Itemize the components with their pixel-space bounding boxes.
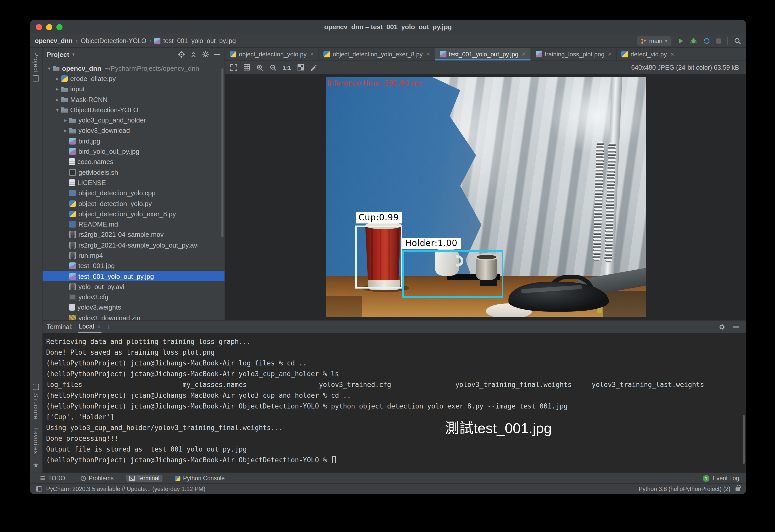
zoom-ratio-label[interactable]: 1:1 — [283, 64, 291, 70]
hide-panel-icon[interactable] — [214, 54, 220, 55]
tab-close-icon[interactable]: × — [670, 50, 674, 58]
hide-terminal-icon[interactable] — [733, 326, 739, 327]
terminal-scrollbar[interactable] — [743, 415, 745, 464]
chevron-icon[interactable]: ▸ — [54, 97, 61, 102]
tree-item-object_detection_yolo.cpp[interactable]: object_detection_yolo.cpp — [43, 188, 224, 198]
stripe-structure-button[interactable]: Structure — [33, 384, 39, 419]
project-panel-actions — [178, 51, 220, 58]
chevron-icon[interactable]: ▸ — [54, 76, 61, 81]
tree-item-rs2rgb_2021-04-sample.mov[interactable]: rs2rgb_2021-04-sample.mov — [43, 229, 224, 240]
chevron-icon[interactable]: ▸ — [54, 86, 61, 92]
collapse-all-icon[interactable] — [190, 51, 197, 58]
chevron-icon[interactable]: ▸ — [62, 117, 69, 123]
fit-zoom-icon[interactable] — [230, 64, 237, 71]
tree-item-run.mp4[interactable]: run.mp4 — [43, 250, 224, 261]
python-interpreter-label[interactable]: Python 3.8 (helloPythonProject) (2) — [639, 486, 730, 492]
stripe-project-button[interactable]: Project — [33, 52, 39, 82]
project-tree-scrollbar[interactable] — [221, 68, 223, 237]
run-button[interactable] — [678, 38, 684, 44]
zoom-window-button[interactable] — [56, 24, 63, 30]
tab-close-icon[interactable]: × — [310, 50, 314, 58]
edit-image-icon[interactable] — [310, 64, 317, 71]
editor-tab-object_detection_yolo.py[interactable]: object_detection_yolo.py× — [225, 48, 319, 60]
tree-item-object_detection_yolo_exer_8.py[interactable]: object_detection_yolo_exer_8.py — [43, 208, 224, 219]
project-panel-title[interactable]: Project — [47, 50, 69, 58]
tree-item-Mask-RCNN[interactable]: ▸Mask-RCNN — [43, 94, 224, 105]
terminal-line: (helloPythonProject) jctan@Jichangs-MacB… — [46, 369, 746, 379]
editor-tab-test_001_yolo_out_py.jpg[interactable]: test_001_yolo_out_py.jpg× — [435, 48, 531, 60]
tree-item-yolo_out_py.avi[interactable]: yolo_out_py.avi — [43, 282, 224, 292]
stop-button[interactable] — [716, 38, 721, 43]
tree-item-yolov3.cfg[interactable]: yolov3.cfg — [43, 292, 224, 303]
tool-window-toggle-icon[interactable] — [36, 486, 42, 492]
tree-item-opencv_dnn[interactable]: ▾opencv_dnn~/PycharmProjects/opencv_dnn — [43, 63, 224, 74]
py-file-icon — [61, 75, 68, 82]
tree-item-coco.names[interactable]: coco.names — [43, 156, 224, 167]
tree-item-test_001_yolo_out_py.jpg[interactable]: test_001_yolo_out_py.jpg — [43, 271, 224, 282]
file-name: opencv_dnn — [62, 64, 101, 72]
gear-icon[interactable] — [719, 323, 726, 330]
tab-close-icon[interactable]: × — [608, 50, 612, 58]
editor-tab-training_loss_plot.png[interactable]: training_loss_plot.png× — [531, 48, 617, 60]
new-terminal-session-button[interactable]: + — [107, 323, 111, 331]
update-project-button[interactable] — [703, 37, 710, 44]
tree-item-test_001.jpg[interactable]: test_001.jpg — [43, 260, 224, 271]
tree-item-bird_yolo_out_py.jpg[interactable]: bird_yolo_out_py.jpg — [43, 146, 224, 157]
python-console-button[interactable]: Python Console — [172, 475, 227, 482]
stripe-favorites-star[interactable]: ★ — [33, 460, 39, 470]
terminal-cursor — [332, 456, 335, 463]
breadcrumb-file[interactable]: test_001_yolo_out_py.jpg — [154, 37, 236, 44]
tree-item-yolo3_cup_and_holder[interactable]: ▸yolo3_cup_and_holder — [43, 115, 224, 125]
file-name: yolov3.weights — [77, 304, 121, 311]
locate-file-icon[interactable] — [178, 51, 185, 58]
file-file-icon — [69, 304, 75, 311]
tree-item-yolov3_download.zip[interactable]: yolov3_download.zip — [43, 313, 224, 320]
checkerboard-icon[interactable] — [297, 64, 304, 71]
zoom-out-icon[interactable] — [269, 64, 277, 71]
debug-button[interactable] — [690, 37, 697, 44]
gear-icon[interactable] — [202, 51, 209, 58]
tree-item-yolov3.weights[interactable]: yolov3.weights — [43, 303, 224, 313]
terminal-console[interactable]: Retrieving data and plotting training lo… — [43, 333, 746, 473]
tree-item-object_detection_yolo.py[interactable]: object_detection_yolo.py — [43, 198, 224, 209]
terminal-button[interactable]: Terminal — [126, 475, 162, 482]
todo-button[interactable]: TODO — [37, 475, 68, 482]
git-branch-widget[interactable]: main ▾ — [637, 36, 672, 45]
breadcrumb-project[interactable]: opencv_dnn — [35, 37, 72, 44]
terminal-line: log_files my_classes.names yolov3_traine… — [46, 379, 746, 390]
close-icon[interactable]: × — [97, 323, 100, 329]
editor-tab-detect_vid.py[interactable]: detect_vid.py× — [617, 48, 679, 60]
tree-item-ObjectDetection-YOLO[interactable]: ▾ObjectDetection-YOLO — [43, 104, 224, 115]
lock-icon[interactable] — [736, 487, 740, 491]
todo-icon — [40, 476, 46, 481]
chevron-down-icon[interactable]: ▾ — [72, 52, 75, 57]
tree-item-bird.jpg[interactable]: bird.jpg — [43, 136, 224, 146]
tree-item-LICENSE[interactable]: LICENSE — [43, 177, 224, 188]
tab-close-icon[interactable]: × — [522, 50, 526, 58]
tab-label: object_detection_yolo.py — [239, 50, 306, 58]
status-message[interactable]: PyCharm 2020.3.5 available // Update... … — [46, 486, 205, 492]
tree-item-getModels.sh[interactable]: getModels.sh — [43, 167, 224, 177]
tree-item-erode_dilate.py[interactable]: ▸erode_dilate.py — [43, 74, 224, 84]
img-file-icon — [69, 273, 76, 280]
editor-tab-object_detection_yolo_exer_8.py[interactable]: object_detection_yolo_exer_8.py× — [319, 48, 435, 60]
breadcrumb-folder[interactable]: ObjectDetection-YOLO — [81, 37, 146, 44]
grid-icon[interactable] — [243, 64, 250, 71]
tree-item-yolov3_download[interactable]: ▸yolov3_download — [43, 125, 224, 136]
close-window-button[interactable] — [36, 24, 42, 30]
tree-item-rs2rgb_2021-04-sample_yolo_out_py.avi[interactable]: rs2rgb_2021-04-sample_yolo_out_py.avi — [43, 240, 224, 250]
chevron-icon[interactable]: ▾ — [54, 107, 61, 113]
terminal-tab-local[interactable]: Local × — [78, 321, 101, 332]
problems-button[interactable]: Problems — [77, 475, 117, 482]
event-log-button[interactable]: 1 Event Log — [703, 475, 739, 482]
tab-close-icon[interactable]: × — [426, 50, 430, 58]
zoom-in-icon[interactable] — [256, 64, 263, 71]
search-everywhere-button[interactable] — [734, 37, 741, 44]
chevron-icon[interactable]: ▾ — [46, 65, 53, 71]
minimize-window-button[interactable] — [46, 24, 52, 30]
tab-label: training_loss_plot.png — [545, 50, 605, 58]
chevron-icon[interactable]: ▸ — [62, 128, 69, 133]
tree-item-README.md[interactable]: README.md — [43, 219, 224, 229]
tree-item-input[interactable]: ▸input — [43, 84, 224, 94]
stripe-favorites-button[interactable]: Favorites — [33, 428, 39, 454]
